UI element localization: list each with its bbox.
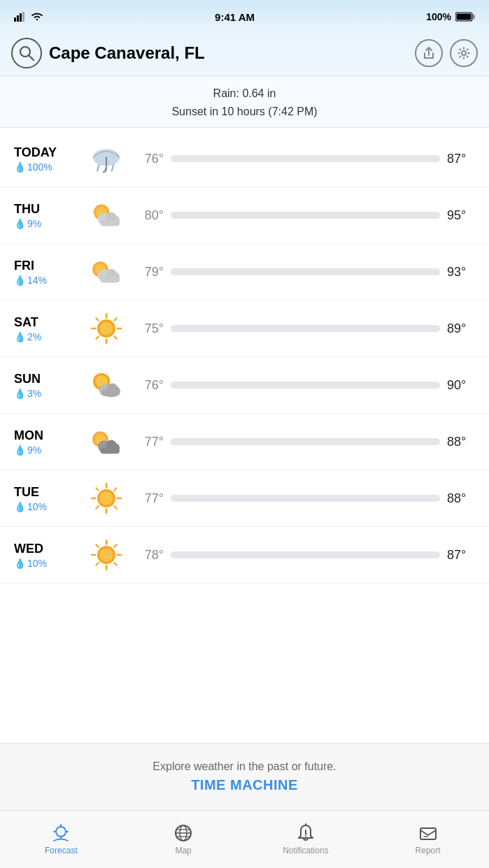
temp-bar-fill <box>171 495 440 502</box>
share-button[interactable] <box>415 39 443 67</box>
temp-range-sun: 76° 90° <box>129 378 475 393</box>
signal-icons <box>14 12 43 22</box>
day-precip: 💧 9% <box>14 218 84 229</box>
temp-range-thu: 80° 95° <box>129 208 475 223</box>
svg-point-81 <box>305 836 306 837</box>
svg-line-12 <box>97 165 99 171</box>
day-info-sat: SAT 💧 2% <box>14 315 84 342</box>
partly-cloudy-icon <box>88 254 125 290</box>
share-icon <box>422 46 436 60</box>
info-bar: Rain: 0.64 in Sunset in 10 hours (7:42 P… <box>0 76 489 128</box>
day-name: SAT <box>14 315 84 330</box>
temp-range-tue: 77° 88° <box>129 491 475 506</box>
time-machine-button[interactable]: TIME MACHINE <box>14 777 475 793</box>
drop-icon: 💧 <box>14 161 26 173</box>
svg-line-66 <box>114 563 116 565</box>
drop-icon: 💧 <box>14 388 26 399</box>
temp-high: 88° <box>447 435 475 449</box>
temp-bar <box>171 551 440 558</box>
forecast-row-fri: FRI 💧 14% 79° 93° <box>0 244 489 301</box>
forecast-row-wed: WED 💧 10% 78° <box>0 527 489 584</box>
tab-bar: Forecast Map Not <box>0 810 489 868</box>
weather-icon-thu <box>84 197 129 233</box>
day-precip: 💧 3% <box>14 388 84 399</box>
svg-line-55 <box>96 488 98 490</box>
day-info-sun: SUN 💧 3% <box>14 372 84 399</box>
svg-rect-82 <box>420 828 436 839</box>
battery-area: 100% <box>426 11 475 22</box>
day-info-today: TODAY 💧 100% <box>14 145 84 173</box>
temp-bar <box>171 438 440 445</box>
sunset-info: Sunset in 10 hours (7:42 PM) <box>14 103 475 121</box>
svg-rect-1 <box>17 15 19 22</box>
temp-bar <box>171 268 440 275</box>
svg-rect-3 <box>22 12 24 22</box>
temp-low: 75° <box>136 321 164 336</box>
drop-icon: 💧 <box>14 218 26 229</box>
svg-line-35 <box>114 318 116 320</box>
tab-map[interactable]: Map <box>122 811 245 861</box>
settings-button[interactable] <box>450 39 478 67</box>
forecast-row-thu: THU 💧 9% 80° 95° <box>0 187 489 244</box>
temp-low: 77° <box>136 491 164 506</box>
forecast-tab-icon <box>51 823 71 843</box>
weather-icon-tue <box>84 480 129 516</box>
weather-icon-sun <box>84 367 129 403</box>
time-machine-section: Explore weather in the past or future. T… <box>0 743 489 810</box>
rain-umbrella-icon <box>88 140 125 177</box>
forecast-tab-label: Forecast <box>45 846 78 855</box>
svg-line-8 <box>29 56 34 61</box>
tab-report[interactable]: Report <box>367 811 489 861</box>
location-title: Cape Canaveral, FL <box>49 43 408 63</box>
day-info-fri: FRI 💧 14% <box>14 259 84 286</box>
svg-line-58 <box>96 506 98 508</box>
temp-low: 76° <box>136 152 164 166</box>
weather-icon-mon <box>84 424 129 460</box>
day-name: FRI <box>14 259 84 273</box>
gear-icon <box>457 46 471 60</box>
temp-bar-fill <box>171 155 440 162</box>
day-info-wed: WED 💧 10% <box>14 542 84 569</box>
temp-range-fri: 79° 93° <box>129 265 475 280</box>
day-name: WED <box>14 542 84 556</box>
svg-line-67 <box>114 544 116 547</box>
forecast-list: TODAY 💧 100% 76° 87° <box>0 128 489 743</box>
temp-bar <box>171 495 440 502</box>
day-precip: 💧 10% <box>14 558 84 569</box>
drop-icon: 💧 <box>14 444 26 456</box>
weather-icon-today <box>84 140 129 177</box>
battery-icon <box>455 12 475 22</box>
day-name: SUN <box>14 372 84 386</box>
temp-high: 89° <box>447 321 475 336</box>
temp-bar-fill <box>171 212 440 219</box>
notifications-tab-icon <box>296 823 316 843</box>
tab-forecast[interactable]: Forecast <box>0 811 122 861</box>
svg-rect-42 <box>101 390 120 396</box>
map-tab-label: Map <box>175 846 191 855</box>
svg-rect-48 <box>100 448 120 454</box>
day-info-tue: TUE 💧 10% <box>14 485 84 512</box>
drop-icon: 💧 <box>14 331 26 342</box>
sunny-icon <box>88 310 125 347</box>
forecast-row-mon: MON 💧 9% 77° 88° <box>0 414 489 470</box>
temp-bar-fill <box>171 551 440 558</box>
search-button[interactable] <box>11 38 42 68</box>
svg-line-68 <box>96 563 98 565</box>
notifications-tab-label: Notifications <box>283 846 328 855</box>
svg-point-60 <box>99 549 113 562</box>
temp-range-today: 76° 87° <box>129 152 475 166</box>
temp-bar-fill <box>171 382 440 389</box>
drop-icon: 💧 <box>14 501 26 512</box>
wifi-icon <box>31 12 43 22</box>
svg-line-33 <box>96 318 98 320</box>
report-tab-label: Report <box>416 846 441 855</box>
day-info-thu: THU 💧 9% <box>14 202 84 229</box>
temp-low: 77° <box>136 435 164 449</box>
day-name: TUE <box>14 485 84 500</box>
temp-low: 76° <box>136 378 164 393</box>
svg-rect-6 <box>457 14 472 20</box>
tab-notifications[interactable]: Notifications <box>245 811 367 861</box>
temp-low: 80° <box>136 208 164 223</box>
sunny-icon <box>88 537 125 573</box>
day-info-mon: MON 💧 9% <box>14 428 84 456</box>
